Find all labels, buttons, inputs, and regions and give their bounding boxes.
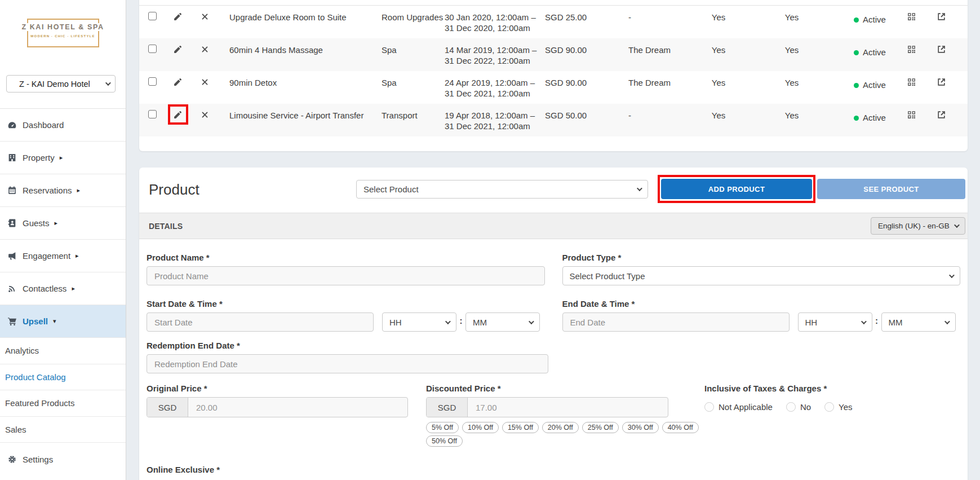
sidebar-item-contactless[interactable]: Contactless ▸	[0, 272, 126, 305]
edit-pencil-icon[interactable]	[173, 12, 183, 22]
discount-chip-25-off[interactable]: 25% Off	[582, 422, 619, 433]
discount-chip-15-off[interactable]: 15% Off	[502, 422, 539, 433]
sidebar-item-dashboard[interactable]: Dashboard	[0, 109, 126, 142]
taxes-option-not-applicable[interactable]: Not Applicable	[704, 402, 773, 412]
upsell-icon	[7, 316, 17, 326]
end-date-input[interactable]: End Date	[562, 312, 790, 332]
end-minute-select[interactable]: MM	[881, 312, 956, 332]
sidebar-item-reservations[interactable]: Reservations ▸	[0, 174, 126, 207]
delete-x-icon[interactable]	[200, 110, 210, 120]
start-hour-select[interactable]: HH	[382, 312, 456, 332]
end-datetime-label: End Date & Time *	[562, 299, 961, 310]
status-label: Active	[863, 47, 886, 58]
location-cell: The Dream	[628, 38, 696, 55]
online-exclusive-label: Online Exclusive *	[147, 465, 960, 475]
discount-chip-10-off[interactable]: 10% Off	[462, 422, 499, 433]
sidebar-item-engagement[interactable]: Engagement ▸	[0, 240, 126, 272]
app: { "colors":{ "accent_blue":"#1779ba", "a…	[0, 0, 980, 480]
discount-chip-40-off[interactable]: 40% Off	[662, 422, 699, 433]
taxes-label: Inclusive of Taxes & Charges *	[704, 384, 960, 394]
discounted-price-input[interactable]: SGD 17.00	[426, 397, 668, 417]
discount-chip-30-off[interactable]: 30% Off	[622, 422, 659, 433]
price-cell: SGD 90.00	[545, 71, 628, 88]
product-select[interactable]: Select Product	[356, 180, 648, 199]
date-range-cell: 19 Apr 2018, 12:00am –31 Dec 2021, 12:00…	[445, 104, 545, 131]
add-product-button[interactable]: ADD PRODUCT	[661, 179, 812, 199]
radio-button-icon[interactable]	[704, 402, 714, 412]
discount-chip-5-off[interactable]: 5% Off	[426, 422, 459, 433]
chevron-down-icon	[637, 186, 642, 191]
taxes-option-yes[interactable]: Yes	[824, 402, 852, 412]
qr-code-icon[interactable]	[907, 77, 917, 87]
language-select[interactable]: English (UK) - en-GB	[871, 217, 965, 235]
yes-cell: Yes	[741, 104, 842, 121]
delete-x-icon[interactable]	[200, 45, 210, 55]
date-range-cell: 14 Mar 2019, 12:00am –31 Dec 2022, 12:00…	[445, 38, 545, 66]
product-name-label: Product Name *	[147, 253, 545, 263]
discount-chip-20-off[interactable]: 20% Off	[542, 422, 579, 433]
row-checkbox[interactable]	[148, 77, 157, 86]
qr-code-icon[interactable]	[907, 12, 917, 22]
qr-code-icon[interactable]	[907, 45, 917, 55]
sidebar-item-settings[interactable]: Settings	[0, 443, 126, 475]
row-checkbox[interactable]	[148, 12, 157, 20]
radio-button-icon[interactable]	[824, 402, 834, 412]
radio-button-icon[interactable]	[786, 402, 796, 412]
caret-icon: ▸	[77, 187, 81, 194]
product-name-cell: Upgrade Deluxe Room to Suite	[229, 6, 382, 23]
location-cell: The Dream	[628, 71, 696, 88]
yes-cell: Yes	[696, 6, 741, 23]
delete-x-icon[interactable]	[200, 77, 210, 87]
end-hour-select[interactable]: HH	[798, 312, 872, 332]
edit-pencil-icon[interactable]	[173, 77, 183, 87]
category-cell: Spa	[382, 38, 445, 55]
status-cell: Active	[842, 104, 899, 123]
redemption-end-input[interactable]: Redemption End Date	[147, 354, 548, 373]
chevron-down-icon	[949, 272, 955, 278]
hotel-select[interactable]: Z - KAI Demo Hotel	[6, 75, 116, 93]
redemption-end-label: Redemption End Date *	[147, 341, 548, 351]
chevron-down-icon	[954, 222, 960, 228]
table-row: 90min Detox Spa 24 Apr 2019, 12:00am –31…	[139, 71, 968, 104]
caret-icon: ▸	[55, 219, 58, 227]
sidebar-subitem-sales[interactable]: Sales	[0, 417, 126, 443]
product-type-select[interactable]: Select Product Type	[562, 266, 961, 285]
guests-icon	[7, 218, 17, 228]
qr-code-icon[interactable]	[907, 110, 917, 120]
see-product-button[interactable]: SEE PRODUCT	[817, 179, 965, 199]
sidebar-item-upsell[interactable]: Upsell ▾	[0, 305, 126, 338]
location-cell: -	[628, 104, 696, 121]
start-date-input[interactable]: Start Date	[147, 312, 374, 332]
discount-chip-50-off[interactable]: 50% Off	[426, 435, 463, 447]
status-cell: Active	[842, 38, 899, 58]
taxes-option-no[interactable]: No	[786, 402, 811, 412]
details-bar: DETAILS English (UK) - en-GB	[139, 213, 968, 239]
row-checkbox[interactable]	[148, 45, 157, 53]
sidebar-subitem-analytics[interactable]: Analytics	[0, 338, 126, 364]
sidebar-nav: Dashboard Property ▸ Reservations ▸	[0, 108, 126, 475]
yes-cell: Yes	[696, 71, 741, 88]
external-link-icon[interactable]	[937, 12, 947, 22]
sidebar-item-guests[interactable]: Guests ▸	[0, 207, 126, 240]
table-row: Limousine Service - Airport Transfer Tra…	[139, 104, 968, 136]
external-link-icon[interactable]	[937, 45, 947, 55]
product-name-cell: 90min Detox	[229, 71, 382, 88]
sidebar-subitem-product-catalog[interactable]: Product Catalog	[0, 364, 126, 391]
edit-pencil-icon[interactable]	[173, 45, 183, 55]
start-minute-select[interactable]: MM	[465, 312, 540, 332]
edit-pencil-icon[interactable]	[173, 110, 183, 120]
original-price-input[interactable]: SGD 20.00	[147, 397, 408, 417]
status-dot	[854, 116, 859, 121]
status-label: Active	[863, 112, 886, 123]
row-checkbox[interactable]	[148, 110, 157, 118]
yes-cell: Yes	[741, 6, 842, 23]
external-link-icon[interactable]	[937, 77, 947, 87]
sidebar-subitem-featured-products[interactable]: Featured Products	[0, 390, 126, 417]
caret-icon: ▸	[60, 154, 63, 161]
external-link-icon[interactable]	[937, 110, 947, 120]
caret-icon: ▸	[72, 285, 75, 292]
location-cell: -	[628, 6, 696, 23]
product-name-input[interactable]: Product Name	[147, 266, 545, 285]
delete-x-icon[interactable]	[200, 12, 210, 22]
sidebar-item-property[interactable]: Property ▸	[0, 142, 126, 174]
